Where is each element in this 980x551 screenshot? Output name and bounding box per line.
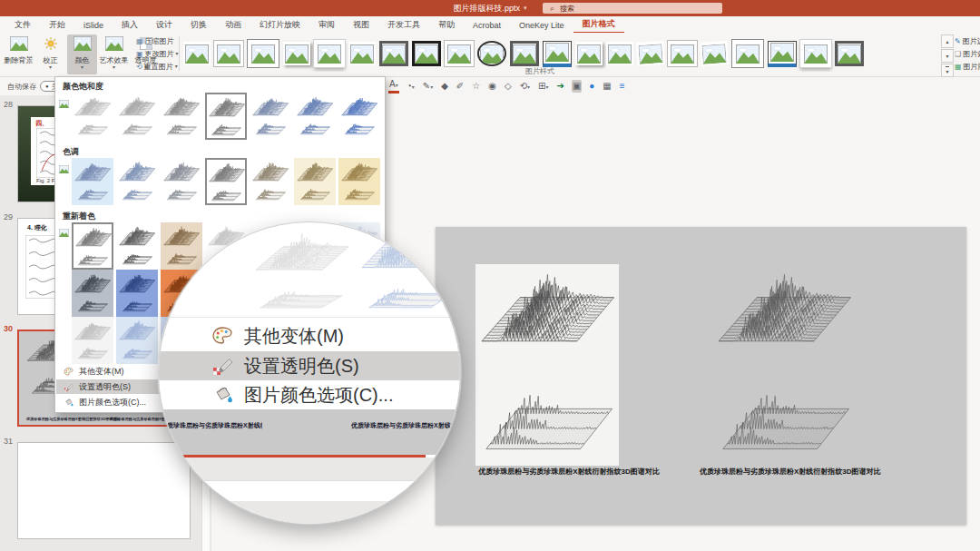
loupe-menu-item-more-variants[interactable]: 其他变体(M)	[159, 320, 460, 351]
tab-6[interactable]: 动画	[216, 16, 250, 33]
color-variant-thumbnail[interactable]	[72, 317, 113, 364]
mini-toolbar-icon-14[interactable]: ≡	[619, 80, 626, 93]
tab-11[interactable]: 帮助	[429, 16, 464, 33]
color-variant-thumbnail[interactable]	[338, 93, 380, 140]
color-variant-thumbnail[interactable]	[116, 93, 158, 140]
color-variant-thumbnail[interactable]	[72, 222, 113, 270]
gallery-more-button[interactable]: ▾	[941, 64, 954, 77]
mini-toolbar-icon-7[interactable]: ◇	[504, 80, 513, 93]
tab-10[interactable]: 开发工具	[378, 16, 429, 33]
dropdown-caret-icon: ▾	[113, 64, 115, 70]
ribbon-button-reset-picture[interactable]: ⟲ 重置图片 ▾	[136, 61, 181, 72]
mini-toolbar-icon-9[interactable]: ⊞▾	[537, 80, 549, 93]
xrd-3d-picture-left[interactable]	[475, 264, 619, 466]
color-variant-thumbnail[interactable]	[205, 158, 247, 205]
mini-toolbar-icon-11[interactable]: ▣	[572, 80, 582, 93]
picture-style-thumbnail[interactable]	[606, 42, 633, 65]
picture-style-thumbnail[interactable]	[731, 39, 764, 68]
tab-4[interactable]: 设计	[147, 16, 181, 33]
picture-style-thumbnail[interactable]	[700, 41, 729, 66]
picture-style-thumbnail[interactable]	[214, 41, 243, 66]
picture-style-thumbnail[interactable]	[183, 42, 211, 65]
tab-12[interactable]: Acrobat	[464, 18, 510, 32]
picture-style-thumbnail[interactable]	[800, 40, 831, 67]
tab-9[interactable]: 视图	[344, 16, 378, 33]
button-label: 图片边框	[963, 36, 980, 46]
color-variant-thumbnail[interactable]	[72, 93, 113, 140]
color-variant-thumbnail[interactable]	[294, 158, 336, 205]
color-variant-thumbnail[interactable]	[116, 158, 158, 205]
mini-toolbar-icon-3[interactable]: ◆	[440, 80, 449, 93]
tab-0[interactable]: 文件	[5, 16, 40, 33]
mini-toolbar-icon-10[interactable]: ➔	[555, 80, 564, 93]
picture-style-thumbnail[interactable]	[575, 42, 603, 65]
color-variant-thumbnail[interactable]	[72, 158, 113, 205]
ribbon-button-color[interactable]: 颜色 ▾	[67, 34, 97, 74]
picture-style-thumbnail[interactable]	[412, 41, 441, 66]
color-variant-thumbnail[interactable]	[294, 93, 336, 140]
ribbon-button-artistic-effects[interactable]: 艺术效果 ▾	[99, 34, 129, 74]
mini-toolbar-icon-8[interactable]: ⟲▾	[519, 80, 531, 93]
mini-toolbar-icon-0[interactable]: A▾	[388, 79, 399, 93]
picture-style-thumbnail[interactable]	[283, 42, 310, 65]
color-variant-thumbnail[interactable]	[205, 93, 247, 140]
color-variant-thumbnail[interactable]	[116, 270, 158, 317]
title-caret-icon[interactable]: ▾	[524, 5, 527, 12]
tab-picture-format[interactable]: 图片格式	[573, 15, 624, 34]
tab-1[interactable]: 开始	[40, 16, 74, 33]
mini-toolbar-icon-6[interactable]: ◉	[487, 80, 497, 93]
ribbon-button-remove-background[interactable]: 删除背景	[4, 34, 34, 74]
picture-style-thumbnail[interactable]	[768, 41, 797, 67]
ghost-plot	[257, 284, 343, 313]
mini-toolbar-icon-5[interactable]: ☆	[471, 80, 481, 93]
mini-toolbar-icon-13[interactable]: ▦	[602, 80, 612, 93]
color-variant-thumbnail[interactable]	[250, 158, 291, 205]
slide-30-canvas[interactable]: 优质珍珠层粉与劣质珍珠层粉X射线衍射指纹3D图谱对比 优质珍珠层粉与劣质珍珠层粉…	[436, 227, 966, 525]
picture-style-thumbnail[interactable]	[477, 41, 506, 66]
color-variant-thumbnail[interactable]	[161, 222, 202, 270]
picture-style-thumbnail[interactable]	[379, 41, 408, 66]
slide29-title: 4. 理化	[27, 223, 47, 232]
picture-style-thumbnail[interactable]	[668, 41, 697, 66]
mini-toolbar-icon-1[interactable]: ◔▾	[406, 80, 416, 93]
ribbon-button-compress-picture[interactable]: ▦ 压缩图片	[136, 35, 181, 46]
picture-style-thumbnail[interactable]	[543, 41, 572, 67]
mini-toolbar-icon-4[interactable]: ✐	[456, 80, 465, 93]
xrd-3d-picture-right[interactable]	[712, 264, 858, 466]
tab-2[interactable]: iSlide	[74, 18, 113, 32]
slide-thumbnail-31[interactable]	[17, 442, 191, 539]
color-variant-thumbnail[interactable]	[72, 270, 113, 317]
search-box[interactable]: ⌕ 搜索	[543, 3, 722, 14]
color-variant-thumbnail[interactable]	[116, 317, 158, 364]
tab-5[interactable]: 切换	[181, 16, 216, 33]
loupe-menu-item-set-transparent-color[interactable]: 设置透明色(S)	[159, 351, 460, 380]
tab-8[interactable]: 审阅	[309, 16, 344, 33]
tab-7[interactable]: 幻灯片放映	[250, 16, 309, 33]
tab-3[interactable]: 插入	[113, 16, 147, 33]
ribbon-button-picture-effects[interactable]: ❏ 图片效果	[955, 48, 980, 59]
gallery-down-button[interactable]: ▾	[941, 49, 954, 63]
mini-toolbar-icon-12[interactable]: ●	[588, 80, 595, 93]
picture-style-thumbnail[interactable]	[314, 40, 345, 67]
picture-style-thumbnail[interactable]	[835, 41, 864, 66]
ribbon-button-picture-border[interactable]: ✎ 图片边框	[955, 35, 980, 46]
ribbon-button-picture-layout[interactable]: ▦ 图片版式	[955, 61, 980, 72]
ribbon-button-change-picture[interactable]: ▣ 更改图片 ▾	[136, 48, 181, 59]
tab-13[interactable]: OneKey Lite	[510, 18, 573, 32]
picture-style-thumbnail[interactable]	[510, 41, 539, 66]
picture-style-thumbnail[interactable]	[445, 41, 474, 66]
color-variant-thumbnail[interactable]	[161, 158, 202, 205]
color-variant-thumbnail[interactable]	[116, 222, 158, 270]
autosave-dot-icon: ●	[45, 84, 49, 89]
color-variant-thumbnail[interactable]	[250, 93, 291, 140]
color-variant-thumbnail[interactable]	[161, 93, 202, 140]
mini-toolbar-icon-2[interactable]: ✎▾	[422, 80, 434, 93]
picture-style-thumbnail[interactable]	[636, 41, 665, 66]
ribbon-button-corrections[interactable]: 校正 ▾	[35, 34, 65, 74]
loupe-caption: 优质珍珠层粉与劣质珍珠层粉X射线衍射指纹3D图谱对比	[351, 421, 458, 430]
picture-style-thumbnail[interactable]	[348, 42, 376, 65]
loupe-menu-item-picture-color-options[interactable]: 图片颜色选项(C)...	[159, 380, 460, 409]
picture-style-thumbnail[interactable]	[247, 39, 279, 68]
gallery-up-button[interactable]: ▴	[941, 34, 954, 48]
color-variant-thumbnail[interactable]	[338, 158, 380, 205]
